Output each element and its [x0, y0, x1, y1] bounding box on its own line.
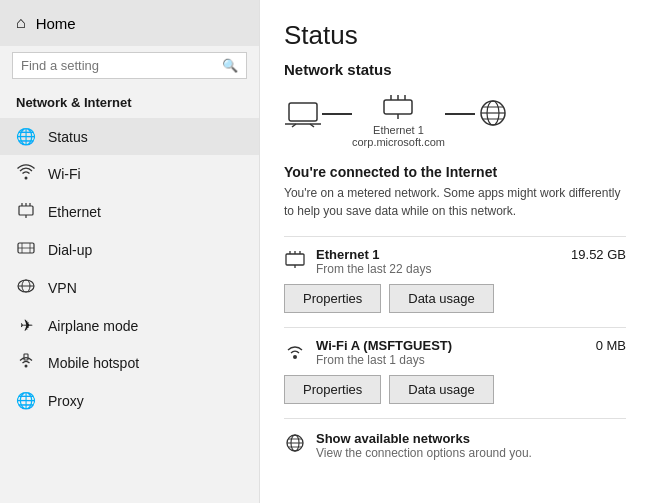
- ethernet-properties-button[interactable]: Properties: [284, 284, 381, 313]
- svg-rect-28: [286, 254, 304, 265]
- globe-icon: 🌐: [16, 127, 36, 146]
- ethernet-info: Ethernet 1 From the last 22 days: [316, 247, 431, 276]
- wifi-data: 0 MB: [596, 338, 626, 353]
- show-networks[interactable]: Show available networks View the connect…: [284, 418, 626, 460]
- network-card-wifi-header: Wi-Fi A (MSFTGUEST) From the last 1 days…: [284, 338, 626, 367]
- ethernet-sub: From the last 22 days: [316, 262, 431, 276]
- sidebar-item-airplane[interactable]: ✈ Airplane mode: [0, 307, 259, 344]
- sidebar-item-airplane-label: Airplane mode: [48, 318, 138, 334]
- main-content: Status Network status Ethernet: [260, 0, 650, 503]
- network-diagram: Ethernet 1 corp.microsoft.com: [284, 92, 626, 148]
- wifi-buttons: Properties Data usage: [284, 375, 626, 404]
- svg-point-33: [293, 355, 297, 359]
- ethernet-buttons: Properties Data usage: [284, 284, 626, 313]
- connected-sub: You're on a metered network. Some apps m…: [284, 184, 626, 220]
- wifi-card-icon: [284, 340, 306, 365]
- svg-rect-14: [289, 103, 317, 121]
- vpn-icon: [16, 278, 36, 298]
- search-box: 🔍: [12, 52, 247, 79]
- router-diagram-icon: Ethernet 1 corp.microsoft.com: [352, 92, 445, 148]
- search-input[interactable]: [21, 58, 216, 73]
- sidebar-item-dialup[interactable]: Dial-up: [0, 231, 259, 269]
- sidebar-item-wifi-label: Wi-Fi: [48, 166, 81, 182]
- network-card-ethernet-left: Ethernet 1 From the last 22 days: [284, 247, 431, 276]
- sidebar-item-hotspot-label: Mobile hotspot: [48, 355, 139, 371]
- sidebar: ⌂ Home 🔍 Network & Internet 🌐 Status Wi-…: [0, 0, 260, 503]
- airplane-icon: ✈: [16, 316, 36, 335]
- sidebar-item-status-label: Status: [48, 129, 88, 145]
- ethernet-datausage-button[interactable]: Data usage: [389, 284, 494, 313]
- connected-message: You're connected to the Internet: [284, 164, 626, 180]
- line1: [322, 113, 352, 115]
- sidebar-item-proxy-label: Proxy: [48, 393, 84, 409]
- network-card-wifi-left: Wi-Fi A (MSFTGUEST) From the last 1 days: [284, 338, 452, 367]
- line2: [445, 113, 475, 115]
- network-card-ethernet-header: Ethernet 1 From the last 22 days 19.52 G…: [284, 247, 626, 276]
- sidebar-item-status[interactable]: 🌐 Status: [0, 118, 259, 155]
- show-networks-icon: [284, 433, 306, 458]
- svg-rect-18: [384, 100, 412, 114]
- network-status-title: Network status: [284, 61, 626, 78]
- wifi-sub: From the last 1 days: [316, 353, 452, 367]
- sidebar-item-ethernet[interactable]: Ethernet: [0, 193, 259, 231]
- sidebar-section-title: Network & Internet: [0, 89, 259, 118]
- sidebar-item-wifi[interactable]: Wi-Fi: [0, 155, 259, 193]
- search-icon: 🔍: [222, 58, 238, 73]
- wifi-properties-button[interactable]: Properties: [284, 375, 381, 404]
- globe-diagram-icon: [475, 99, 511, 141]
- svg-point-12: [25, 365, 28, 368]
- show-networks-title: Show available networks: [316, 431, 532, 446]
- connection-label: Ethernet 1 corp.microsoft.com: [352, 124, 445, 148]
- laptop-diagram-icon: [284, 99, 322, 141]
- wifi-datausage-button[interactable]: Data usage: [389, 375, 494, 404]
- sidebar-item-ethernet-label: Ethernet: [48, 204, 101, 220]
- sidebar-item-dialup-label: Dial-up: [48, 242, 92, 258]
- sidebar-item-proxy[interactable]: 🌐 Proxy: [0, 382, 259, 419]
- svg-rect-0: [19, 206, 33, 215]
- wifi-name: Wi-Fi A (MSFTGUEST): [316, 338, 452, 353]
- page-title: Status: [284, 20, 626, 51]
- network-card-ethernet: Ethernet 1 From the last 22 days 19.52 G…: [284, 236, 626, 323]
- ethernet-icon: [16, 202, 36, 222]
- ethernet-card-icon: [284, 249, 306, 274]
- hotspot-icon: [16, 353, 36, 373]
- sidebar-item-vpn[interactable]: VPN: [0, 269, 259, 307]
- wifi-icon: [16, 164, 36, 184]
- proxy-icon: 🌐: [16, 391, 36, 410]
- home-icon: ⌂: [16, 14, 26, 32]
- svg-rect-13: [24, 354, 28, 360]
- sidebar-item-hotspot[interactable]: Mobile hotspot: [0, 344, 259, 382]
- dialup-icon: [16, 240, 36, 260]
- sidebar-item-home[interactable]: ⌂ Home: [0, 0, 259, 46]
- ethernet-data: 19.52 GB: [571, 247, 626, 262]
- ethernet-name: Ethernet 1: [316, 247, 431, 262]
- network-card-wifi: Wi-Fi A (MSFTGUEST) From the last 1 days…: [284, 327, 626, 414]
- show-networks-info: Show available networks View the connect…: [316, 431, 532, 460]
- show-networks-sub: View the connection options around you.: [316, 446, 532, 460]
- sidebar-home-label: Home: [36, 15, 76, 32]
- sidebar-item-vpn-label: VPN: [48, 280, 77, 296]
- wifi-info: Wi-Fi A (MSFTGUEST) From the last 1 days: [316, 338, 452, 367]
